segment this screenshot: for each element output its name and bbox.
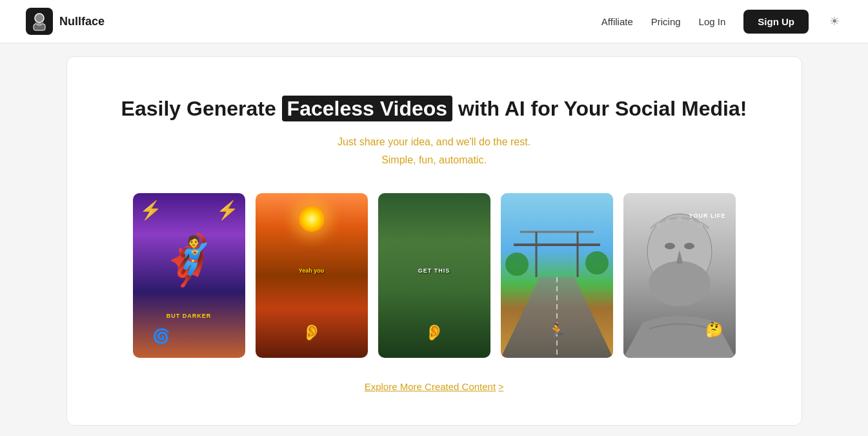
- hero-subtitle-line1: Just share your idea, and we'll do the r…: [338, 136, 530, 147]
- navbar: Nullface Affiliate Pricing Log In Sign U…: [0, 0, 868, 43]
- card3-overlay-text: GET THIS: [418, 267, 450, 274]
- videos-container: ⚡ ⚡ 🦸 BUT DARKER 🌀 Yeah you 👂 GET THIS 👂: [93, 193, 776, 358]
- logo-link[interactable]: Nullface: [26, 8, 105, 35]
- hero-title-prefix: Easily Generate: [121, 97, 282, 120]
- main-hero-section: Easily Generate Faceless Videos with AI …: [66, 56, 802, 426]
- thor-figure-icon: 🦸: [159, 232, 219, 289]
- video-card-1[interactable]: ⚡ ⚡ 🦸 BUT DARKER 🌀: [133, 193, 245, 358]
- svg-point-12: [585, 251, 609, 275]
- svg-point-19: [665, 219, 671, 224]
- explore-more-button[interactable]: Explore More Created Content>: [365, 381, 504, 392]
- explore-arrow-icon: >: [498, 382, 503, 392]
- video-card-1-inner: ⚡ ⚡ 🦸 BUT DARKER 🌀: [133, 193, 245, 358]
- card2-overlay-text: Yeah you: [299, 267, 325, 274]
- card2-emoji-icon: 👂: [302, 324, 321, 342]
- video-card-3[interactable]: GET THIS 👂: [378, 193, 490, 358]
- svg-point-21: [689, 219, 694, 224]
- card1-overlay-text: BUT DARKER: [167, 313, 212, 319]
- svg-point-1: [35, 14, 44, 23]
- card3-emoji-icon: 👂: [425, 324, 444, 342]
- hero-subtitle: Just share your idea, and we'll do the r…: [93, 133, 776, 171]
- hero-title-suffix: with AI for Your Social Media!: [452, 97, 747, 120]
- hero-title-highlight: Faceless Videos: [282, 96, 452, 121]
- svg-point-22: [698, 223, 703, 228]
- sun-icon: [299, 206, 325, 232]
- lightning-right-icon: ⚡: [216, 200, 239, 221]
- video-card-2[interactable]: Yeah you 👂: [256, 193, 368, 358]
- hero-title: Easily Generate Faceless Videos with AI …: [93, 96, 776, 123]
- video-card-3-inner: GET THIS 👂: [378, 193, 490, 358]
- affiliate-link[interactable]: Affiliate: [601, 16, 633, 27]
- theme-toggle-button[interactable]: ☀: [827, 12, 842, 31]
- video-card-2-inner: Yeah you 👂: [256, 193, 368, 358]
- navbar-right: Affiliate Pricing Log In Sign Up ☀: [601, 10, 842, 34]
- svg-point-16: [665, 243, 675, 249]
- logo-icon: [26, 8, 53, 35]
- svg-rect-2: [34, 24, 45, 30]
- video-card-5[interactable]: YOUR LIFE 🤔: [623, 193, 736, 358]
- card4-runner-icon: 🏃: [548, 323, 565, 340]
- hero-subtitle-line2: Simple, fun, automatic.: [381, 154, 487, 165]
- svg-point-15: [649, 261, 711, 306]
- explore-container: Explore More Created Content>: [93, 381, 776, 393]
- login-link[interactable]: Log In: [699, 16, 726, 27]
- svg-point-11: [505, 253, 529, 276]
- signup-button[interactable]: Sign Up: [743, 10, 809, 34]
- svg-point-20: [677, 217, 682, 222]
- svg-point-18: [656, 223, 661, 228]
- card5-emoji-icon: 🤔: [705, 322, 723, 338]
- explore-more-label: Explore More Created Content: [365, 381, 496, 392]
- card5-overlay-text: YOUR LIFE: [689, 213, 725, 219]
- svg-point-17: [684, 243, 694, 249]
- card1-emoji-icon: 🌀: [152, 328, 170, 345]
- logo-text: Nullface: [59, 15, 105, 28]
- pricing-link[interactable]: Pricing: [651, 16, 681, 27]
- lightning-left-icon: ⚡: [139, 200, 162, 221]
- video-card-5-inner: YOUR LIFE 🤔: [623, 193, 736, 358]
- video-card-4-inner: 75: [501, 193, 613, 358]
- video-card-4[interactable]: 75: [501, 193, 613, 358]
